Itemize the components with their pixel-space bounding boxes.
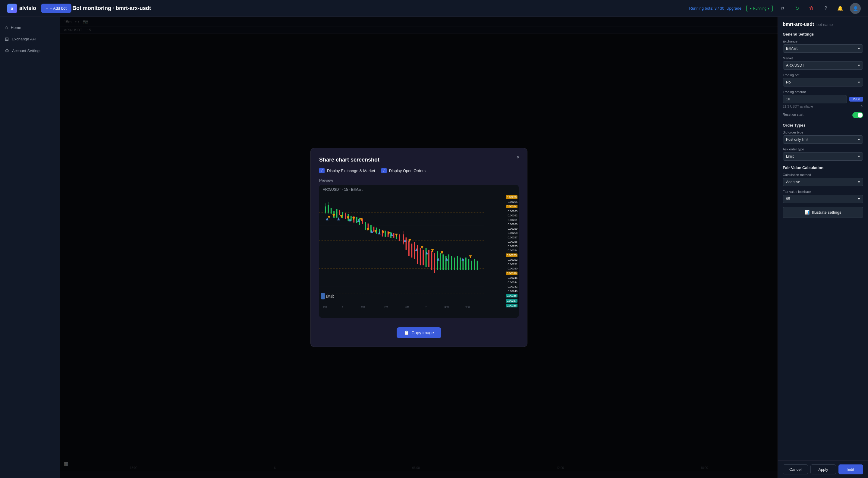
logo-text: alvisio [19, 5, 36, 11]
svg-rect-47 [399, 234, 400, 242]
apply-button[interactable]: Apply [810, 465, 836, 474]
checkmark1-icon: ✓ [320, 168, 323, 173]
fair-value-lookback-value: 95 [786, 197, 790, 201]
plus-icon: + [46, 6, 48, 10]
price-0.00257: 0.00257 [499, 236, 518, 239]
sidebar-item-account-settings[interactable]: ⚙ Account Settings [0, 45, 60, 57]
svg-rect-72 [442, 254, 444, 270]
chevron-down-calc: ▾ [858, 180, 860, 184]
reset-on-start-toggle[interactable] [852, 112, 863, 118]
price-0.00251: 0.00251 [499, 263, 518, 266]
svg-rect-68 [431, 251, 433, 270]
logo-icon: a [7, 4, 17, 13]
sidebar-label-exchange-api: Exchange API [12, 37, 36, 41]
svg-text:12:00: 12:00 [384, 306, 388, 309]
bid-order-select[interactable]: Post only limit ▾ [783, 135, 863, 144]
reset-on-start-label: Reset on start [783, 113, 803, 116]
trading-bot-select[interactable]: No ▾ [783, 78, 863, 87]
notification-icon[interactable]: 🔔 [835, 4, 845, 13]
share-chart-modal: × Share chart screenshot ✓ Display Excha… [310, 148, 527, 347]
refresh-icon[interactable]: ↻ [792, 4, 802, 13]
price-0.00237: 0.00237 [506, 299, 518, 302]
trading-bot-value: No [786, 80, 790, 85]
ask-order-label: Ask order type [783, 148, 863, 151]
svg-text:06:00: 06:00 [361, 306, 365, 309]
svg-rect-35 [365, 222, 366, 230]
calc-method-select[interactable]: Adaptive ▾ [783, 178, 863, 186]
price-0.00236: 0.00236 [506, 304, 518, 308]
sidebar-item-exchange-api[interactable]: ⊞ Exchange API [0, 33, 60, 45]
topbar-right: Running bots: 3 / 30 Upgrade ● Running ▾… [689, 3, 861, 14]
market-select[interactable]: ARX/USDT ▾ [783, 61, 863, 70]
illustrate-settings-button[interactable]: 📊 Illustrate settings [783, 207, 863, 218]
order-types-title: Order Types [783, 123, 863, 127]
svg-rect-71 [440, 253, 441, 270]
price-0.00258: 0.00258 [499, 231, 518, 234]
fair-value-lookback-label: Fair value lookback [783, 190, 863, 193]
chart-header: ARX/USDT · 15 · BitMart [319, 185, 519, 194]
preview-label: Preview [319, 178, 519, 183]
exchange-field: Exchange BitMart ▾ [783, 39, 863, 53]
price-0.00261: 0.00261 [499, 219, 518, 222]
price-0.00262: 0.00262 [499, 214, 518, 217]
price-0.00268: 0.00268 [506, 195, 518, 199]
chevron-down-ask: ▾ [858, 154, 860, 159]
checkbox1-label: Display Exchange & Market [327, 168, 375, 173]
svg-rect-75 [451, 256, 453, 270]
svg-rect-22 [356, 217, 358, 223]
bid-order-label: Bid order type [783, 130, 863, 134]
svg-rect-76 [454, 258, 455, 270]
chart-preview: ARX/USDT · 15 · BitMart [319, 185, 519, 318]
price-0.00238: 0.00238 [506, 294, 518, 297]
refresh-available-icon[interactable]: ↻ [861, 104, 863, 108]
modal-close-button[interactable]: × [514, 153, 522, 162]
sidebar-item-home[interactable]: ⌂ Home [0, 22, 60, 33]
copy-icon[interactable]: ⧉ [778, 4, 787, 13]
display-orders-checkbox[interactable]: ✓ Display Open Orders [381, 168, 426, 173]
delete-icon[interactable]: 🗑 [807, 4, 816, 13]
svg-rect-17 [342, 212, 343, 219]
svg-rect-79 [462, 259, 464, 270]
avatar[interactable]: 👤 [850, 3, 861, 14]
svg-text:7: 7 [426, 306, 427, 309]
ask-order-select[interactable]: Limit ▾ [783, 152, 863, 161]
display-exchange-checkbox[interactable]: ✓ Display Exchange & Market [319, 168, 375, 173]
add-bot-button[interactable]: + + Add bot [41, 4, 71, 13]
page-title: Bot monitoring · bmrt-arx-usdt [72, 5, 151, 11]
bid-order-field: Bid order type Post only limit ▾ [783, 130, 863, 144]
price-0.00255: 0.00255 [499, 245, 518, 248]
chevron-down-exchange: ▾ [858, 46, 860, 51]
fair-value-lookback-select[interactable]: 95 ▾ [783, 195, 863, 203]
trading-amount-label: Trading amount [783, 90, 863, 94]
exchange-select[interactable]: BitMart ▾ [783, 44, 863, 53]
checkbox2-box: ✓ [381, 168, 387, 173]
right-panel-content: bmrt-arx-usdt bot name General Settings … [778, 17, 868, 460]
settings-icon: ⚙ [5, 48, 9, 54]
exchange-icon: ⊞ [5, 36, 9, 42]
copy-button-label: Copy image [411, 330, 434, 335]
help-icon[interactable]: ? [821, 4, 831, 13]
edit-button[interactable]: Edit [838, 465, 863, 474]
market-field: Market ARX/USDT ▾ [783, 56, 863, 70]
svg-text:06:00: 06:00 [444, 306, 449, 309]
svg-rect-96 [321, 293, 325, 299]
trading-amount-input[interactable] [783, 95, 847, 103]
calc-method-label: Calculation method [783, 173, 863, 177]
trading-bot-field: Trading bot No ▾ [783, 73, 863, 87]
upgrade-link[interactable]: Upgrade [726, 6, 741, 10]
calc-method-value: Adaptive [786, 180, 800, 184]
illustrate-label: Illustrate settings [812, 210, 841, 215]
chevron-down-trading-bot: ▾ [858, 80, 860, 85]
price-0.00263: 0.00263 [499, 210, 518, 213]
chart-main-area: alvisio 18:00 6 06:00 12:00 18:00 7 06:0… [319, 194, 498, 309]
ask-order-field: Ask order type Limit ▾ [783, 148, 863, 161]
svg-rect-77 [457, 256, 458, 270]
copy-image-button[interactable]: 📋 Copy image [397, 327, 441, 338]
svg-rect-61 [411, 244, 412, 257]
checkbox2-label: Display Open Orders [389, 168, 426, 173]
running-badge[interactable]: ● Running ▾ [746, 5, 773, 12]
price-0.00265: 0.00265 [499, 200, 518, 203]
price-0.00242: 0.00242 [499, 285, 518, 288]
cancel-button[interactable]: Cancel [783, 465, 808, 474]
bid-order-value: Post only limit [786, 137, 808, 142]
